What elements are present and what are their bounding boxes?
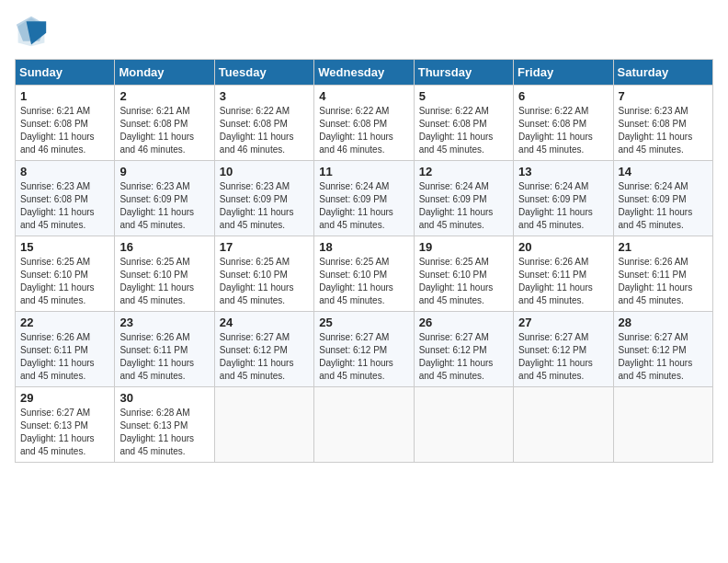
cell-day-number: 10: [220, 165, 309, 178]
logo: [15, 15, 53, 48]
cell-day-number: 7: [619, 89, 708, 103]
calendar-cell: 10Sunrise: 6:23 AMSunset: 6:09 PMDayligh…: [214, 161, 313, 236]
calendar-week-row: 15Sunrise: 6:25 AMSunset: 6:10 PMDayligh…: [16, 236, 713, 312]
calendar-cell: 20Sunrise: 6:26 AMSunset: 6:11 PMDayligh…: [514, 236, 613, 312]
cell-day-number: 11: [319, 165, 408, 178]
calendar-cell: [314, 387, 414, 463]
cell-day-number: 22: [20, 316, 109, 329]
cell-info: Sunrise: 6:22 AMSunset: 6:08 PMDaylight:…: [419, 105, 508, 156]
cell-info: Sunrise: 6:24 AMSunset: 6:09 PMDaylight:…: [319, 180, 408, 232]
cell-day-number: 15: [20, 240, 109, 254]
calendar-cell: 24Sunrise: 6:27 AMSunset: 6:12 PMDayligh…: [214, 312, 313, 387]
cell-info: Sunrise: 6:27 AMSunset: 6:12 PMDaylight:…: [518, 331, 608, 383]
cell-info: Sunrise: 6:25 AMSunset: 6:10 PMDaylight:…: [20, 256, 109, 307]
cell-day-number: 12: [419, 165, 508, 178]
calendar-cell: 14Sunrise: 6:24 AMSunset: 6:09 PMDayligh…: [613, 161, 712, 236]
calendar-cell: 16Sunrise: 6:25 AMSunset: 6:10 PMDayligh…: [115, 236, 214, 312]
cell-day-number: 25: [319, 316, 408, 329]
cell-info: Sunrise: 6:22 AMSunset: 6:08 PMDaylight:…: [518, 105, 608, 156]
calendar-cell: 18Sunrise: 6:25 AMSunset: 6:10 PMDayligh…: [314, 236, 414, 312]
calendar-cell: 28Sunrise: 6:27 AMSunset: 6:12 PMDayligh…: [613, 312, 712, 387]
cell-info: Sunrise: 6:26 AMSunset: 6:11 PMDaylight:…: [20, 331, 109, 383]
cell-day-number: 19: [419, 240, 508, 254]
cell-day-number: 2: [119, 89, 209, 103]
cell-info: Sunrise: 6:22 AMSunset: 6:08 PMDaylight:…: [319, 105, 408, 156]
cell-info: Sunrise: 6:26 AMSunset: 6:11 PMDaylight:…: [119, 331, 209, 383]
cell-day-number: 16: [119, 240, 209, 254]
calendar-week-row: 29Sunrise: 6:27 AMSunset: 6:13 PMDayligh…: [16, 387, 713, 463]
calendar-cell: 2Sunrise: 6:21 AMSunset: 6:08 PMDaylight…: [115, 86, 214, 161]
calendar-cell: 17Sunrise: 6:25 AMSunset: 6:10 PMDayligh…: [214, 236, 313, 312]
calendar-cell: 27Sunrise: 6:27 AMSunset: 6:12 PMDayligh…: [514, 312, 613, 387]
cell-info: Sunrise: 6:21 AMSunset: 6:08 PMDaylight:…: [20, 105, 109, 156]
cell-info: Sunrise: 6:22 AMSunset: 6:08 PMDaylight:…: [220, 105, 309, 156]
header-day-sunday: Sunday: [16, 60, 115, 86]
cell-info: Sunrise: 6:25 AMSunset: 6:10 PMDaylight:…: [119, 256, 209, 307]
cell-info: Sunrise: 6:26 AMSunset: 6:11 PMDaylight:…: [619, 256, 708, 307]
calendar-cell: 9Sunrise: 6:23 AMSunset: 6:09 PMDaylight…: [115, 161, 214, 236]
cell-day-number: 3: [220, 89, 309, 103]
calendar-cell: 19Sunrise: 6:25 AMSunset: 6:10 PMDayligh…: [414, 236, 513, 312]
cell-day-number: 14: [619, 165, 708, 178]
cell-day-number: 20: [518, 240, 608, 254]
cell-day-number: 26: [419, 316, 508, 329]
cell-info: Sunrise: 6:25 AMSunset: 6:10 PMDaylight:…: [319, 256, 408, 307]
calendar-cell: 26Sunrise: 6:27 AMSunset: 6:12 PMDayligh…: [414, 312, 513, 387]
calendar-cell: 3Sunrise: 6:22 AMSunset: 6:08 PMDaylight…: [214, 86, 313, 161]
calendar-cell: 21Sunrise: 6:26 AMSunset: 6:11 PMDayligh…: [613, 236, 712, 312]
cell-day-number: 6: [518, 89, 608, 103]
cell-info: Sunrise: 6:23 AMSunset: 6:08 PMDaylight:…: [20, 180, 109, 232]
calendar-cell: 23Sunrise: 6:26 AMSunset: 6:11 PMDayligh…: [115, 312, 214, 387]
calendar-cell: 30Sunrise: 6:28 AMSunset: 6:13 PMDayligh…: [115, 387, 214, 463]
calendar-cell: 8Sunrise: 6:23 AMSunset: 6:08 PMDaylight…: [16, 161, 115, 236]
cell-day-number: 1: [20, 89, 109, 103]
calendar-cell: 25Sunrise: 6:27 AMSunset: 6:12 PMDayligh…: [314, 312, 414, 387]
cell-day-number: 9: [119, 165, 209, 178]
cell-day-number: 5: [419, 89, 508, 103]
cell-info: Sunrise: 6:25 AMSunset: 6:10 PMDaylight:…: [419, 256, 508, 307]
calendar-cell: 6Sunrise: 6:22 AMSunset: 6:08 PMDaylight…: [514, 86, 613, 161]
cell-info: Sunrise: 6:28 AMSunset: 6:13 PMDaylight:…: [119, 407, 209, 458]
cell-info: Sunrise: 6:25 AMSunset: 6:10 PMDaylight:…: [220, 256, 309, 307]
cell-info: Sunrise: 6:26 AMSunset: 6:11 PMDaylight:…: [518, 256, 608, 307]
cell-info: Sunrise: 6:27 AMSunset: 6:13 PMDaylight:…: [20, 407, 109, 458]
cell-day-number: 4: [319, 89, 408, 103]
cell-day-number: 30: [119, 391, 209, 405]
calendar-cell: [414, 387, 513, 463]
cell-info: Sunrise: 6:23 AMSunset: 6:08 PMDaylight:…: [619, 105, 708, 156]
cell-day-number: 29: [20, 391, 109, 405]
cell-info: Sunrise: 6:23 AMSunset: 6:09 PMDaylight:…: [119, 180, 209, 232]
calendar-week-row: 8Sunrise: 6:23 AMSunset: 6:08 PMDaylight…: [16, 161, 713, 236]
calendar-cell: 11Sunrise: 6:24 AMSunset: 6:09 PMDayligh…: [314, 161, 414, 236]
calendar-cell: 4Sunrise: 6:22 AMSunset: 6:08 PMDaylight…: [314, 86, 414, 161]
calendar-table: SundayMondayTuesdayWednesdayThursdayFrid…: [15, 59, 713, 463]
cell-info: Sunrise: 6:27 AMSunset: 6:12 PMDaylight:…: [319, 331, 408, 383]
cell-day-number: 18: [319, 240, 408, 254]
calendar-cell: 1Sunrise: 6:21 AMSunset: 6:08 PMDaylight…: [16, 86, 115, 161]
calendar-cell: 7Sunrise: 6:23 AMSunset: 6:08 PMDaylight…: [613, 86, 712, 161]
calendar-cell: 5Sunrise: 6:22 AMSunset: 6:08 PMDaylight…: [414, 86, 513, 161]
logo-icon: [15, 15, 48, 48]
calendar-cell: [514, 387, 613, 463]
cell-info: Sunrise: 6:24 AMSunset: 6:09 PMDaylight:…: [518, 180, 608, 232]
header-day-saturday: Saturday: [613, 60, 712, 86]
calendar-week-row: 1Sunrise: 6:21 AMSunset: 6:08 PMDaylight…: [16, 86, 713, 161]
cell-info: Sunrise: 6:27 AMSunset: 6:12 PMDaylight:…: [220, 331, 309, 383]
header-day-monday: Monday: [115, 60, 214, 86]
header-day-thursday: Thursday: [414, 60, 513, 86]
cell-info: Sunrise: 6:27 AMSunset: 6:12 PMDaylight:…: [619, 331, 708, 383]
calendar-week-row: 22Sunrise: 6:26 AMSunset: 6:11 PMDayligh…: [16, 312, 713, 387]
calendar-cell: 13Sunrise: 6:24 AMSunset: 6:09 PMDayligh…: [514, 161, 613, 236]
calendar-cell: [613, 387, 712, 463]
calendar-cell: 22Sunrise: 6:26 AMSunset: 6:11 PMDayligh…: [16, 312, 115, 387]
cell-day-number: 13: [518, 165, 608, 178]
cell-day-number: 24: [220, 316, 309, 329]
cell-info: Sunrise: 6:24 AMSunset: 6:09 PMDaylight:…: [619, 180, 708, 232]
calendar-cell: 12Sunrise: 6:24 AMSunset: 6:09 PMDayligh…: [414, 161, 513, 236]
calendar-cell: 29Sunrise: 6:27 AMSunset: 6:13 PMDayligh…: [16, 387, 115, 463]
cell-info: Sunrise: 6:21 AMSunset: 6:08 PMDaylight:…: [119, 105, 209, 156]
header: [15, 15, 713, 48]
cell-info: Sunrise: 6:23 AMSunset: 6:09 PMDaylight:…: [220, 180, 309, 232]
cell-day-number: 17: [220, 240, 309, 254]
cell-info: Sunrise: 6:24 AMSunset: 6:09 PMDaylight:…: [419, 180, 508, 232]
